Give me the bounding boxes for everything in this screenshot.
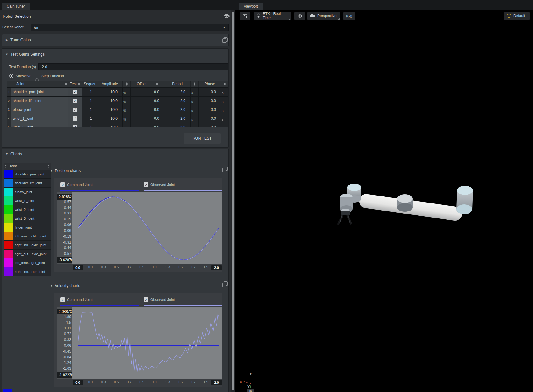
- viewport-canvas[interactable]: RTX - Real-Time: [235, 10, 533, 392]
- velocity-charts-header[interactable]: Velocity charts: [55, 283, 80, 288]
- position-charts-header[interactable]: Position charts: [55, 168, 81, 173]
- collapse-down-icon[interactable]: ▼: [5, 152, 8, 156]
- joint-legend-row[interactable]: wrist_2_joint: [4, 205, 51, 214]
- charts-header[interactable]: Charts: [10, 152, 22, 156]
- cell-sequence[interactable]: 1: [82, 114, 97, 123]
- sort-icon[interactable]: [224, 82, 226, 86]
- cell-test[interactable]: ✓: [68, 88, 82, 96]
- cell-sequence[interactable]: 1: [82, 97, 97, 105]
- collapse-down-icon[interactable]: ▼: [50, 284, 53, 287]
- joint-legend-row[interactable]: finger_joint: [4, 223, 51, 232]
- cell-test[interactable]: ✓: [68, 97, 82, 105]
- cell-period[interactable]: 2.0: [164, 97, 191, 105]
- header-phase[interactable]: Phase: [199, 81, 221, 87]
- cell-test[interactable]: ✓: [68, 114, 82, 123]
- header-phase-sort[interactable]: [221, 81, 229, 87]
- cell-test[interactable]: ✓: [68, 105, 82, 114]
- copy-velocity-chart-icon[interactable]: [222, 281, 228, 288]
- test-duration-input[interactable]: 2.0: [38, 63, 229, 70]
- header-test[interactable]: Test: [68, 81, 82, 87]
- joint-legend-row[interactable]: shoulder_lift_joint: [4, 178, 51, 187]
- joint-legend-row[interactable]: elbow_joint: [4, 187, 51, 196]
- observed-joint-checkbox[interactable]: ✓: [144, 297, 148, 302]
- collapse-down-icon[interactable]: ▼: [50, 169, 53, 172]
- velocity-plot-area[interactable]: [72, 307, 222, 379]
- cell-test[interactable]: ✓: [68, 123, 82, 127]
- position-plot-area[interactable]: [72, 192, 222, 264]
- cell-amplitude[interactable]: 10.0: [97, 105, 123, 114]
- copy-position-chart-icon[interactable]: [222, 166, 228, 173]
- header-period[interactable]: Period: [164, 81, 191, 87]
- cell-offset[interactable]: 0.0: [131, 97, 164, 105]
- cell-phase[interactable]: 0.0: [199, 97, 221, 105]
- cell-phase[interactable]: 0.0: [199, 88, 221, 96]
- collapse-right-icon[interactable]: ▶: [6, 38, 8, 42]
- cell-period[interactable]: 2.0: [164, 114, 191, 123]
- cell-sequence[interactable]: 1: [82, 105, 97, 114]
- robot-select-dropdown[interactable]: /ur ▼: [31, 24, 229, 31]
- joint-legend-row[interactable]: left_inne…ckle_joint: [4, 232, 51, 240]
- test-gains-header[interactable]: Test Gains Settings: [10, 52, 45, 57]
- cell-amplitude[interactable]: 10.0: [97, 88, 123, 96]
- cell-amplitude[interactable]: 10.0: [97, 114, 123, 123]
- collapse-down-icon[interactable]: ▼: [5, 53, 8, 56]
- run-test-button[interactable]: RUN TEST: [184, 133, 221, 144]
- joint-legend-row[interactable]: wrist_1_joint: [4, 196, 51, 205]
- header-amplitude[interactable]: Amplitude: [97, 81, 123, 87]
- header-sequence[interactable]: Sequer: [82, 81, 97, 87]
- cell-amplitude[interactable]: 10.0: [97, 97, 123, 105]
- cell-phase[interactable]: 0.0: [199, 114, 221, 123]
- cell-sequence[interactable]: 1: [82, 88, 97, 96]
- cell-period[interactable]: 2.0: [164, 88, 191, 96]
- sort-icon[interactable]: [156, 82, 158, 86]
- cell-offset[interactable]: 0.0: [131, 114, 164, 123]
- sort-icon[interactable]: [65, 82, 67, 86]
- cell-period[interactable]: 2.0: [164, 105, 191, 114]
- header-period-sort[interactable]: [191, 81, 199, 87]
- graduation-cap-icon[interactable]: [223, 13, 230, 20]
- sort-icon[interactable]: [194, 82, 195, 86]
- cell-offset[interactable]: 0.0: [131, 105, 164, 114]
- cell-period[interactable]: 2.0: [164, 123, 191, 127]
- joint-legend-row[interactable]: right_inn…ckle_joint: [4, 240, 51, 249]
- cell-joint[interactable]: wrist_1_joint: [11, 114, 68, 123]
- copy-gains-icon[interactable]: [222, 37, 228, 43]
- test-checkbox[interactable]: ✓: [73, 90, 77, 94]
- joint-legend-row[interactable]: right_inn…ger_joint: [4, 267, 51, 276]
- test-checkbox[interactable]: ✓: [73, 99, 77, 103]
- joint-legend-row[interactable]: left_inne…ger_joint: [4, 258, 51, 267]
- header-joint[interactable]: Joint: [11, 81, 68, 87]
- sort-icon[interactable]: [5, 165, 7, 168]
- tab-viewport[interactable]: Viewport: [239, 3, 263, 10]
- sort-icon[interactable]: [48, 165, 49, 168]
- cell-joint[interactable]: shoulder_pan_joint: [11, 88, 68, 96]
- header-offset[interactable]: Offset: [131, 81, 164, 87]
- command-joint-checkbox[interactable]: ✓: [60, 297, 65, 302]
- joint-legend-row[interactable]: wrist_3_joint: [4, 214, 51, 223]
- cell-joint[interactable]: elbow_joint: [11, 105, 68, 114]
- command-joint-checkbox[interactable]: ✓: [60, 182, 65, 187]
- cell-offset[interactable]: 0.0: [131, 88, 164, 96]
- sinewave-radio[interactable]: [9, 74, 13, 78]
- test-checkbox[interactable]: ✓: [73, 108, 77, 112]
- scrollbar-thumb[interactable]: [232, 12, 234, 390]
- tune-gains-header[interactable]: Tune Gains: [10, 38, 31, 42]
- header-amplitude-sort[interactable]: [123, 81, 131, 87]
- sort-icon[interactable]: [78, 82, 80, 86]
- test-checkbox[interactable]: ✓: [73, 125, 77, 127]
- cell-phase[interactable]: 0.0: [199, 105, 221, 114]
- test-checkbox[interactable]: ✓: [73, 116, 77, 121]
- cell-offset[interactable]: 0.0: [131, 123, 164, 127]
- tab-gain-tuner[interactable]: Gain Tuner: [2, 3, 30, 10]
- cell-joint[interactable]: shoulder_lift_joint: [11, 97, 68, 105]
- joint-legend-row[interactable]: right_out…ckle_joint: [4, 249, 51, 258]
- panel-scrollbar[interactable]: [231, 10, 235, 392]
- chart-joint-table-header[interactable]: Joint: [4, 163, 51, 170]
- cell-phase[interactable]: 0.0: [199, 123, 221, 127]
- cell-amplitude[interactable]: 10.0: [97, 123, 123, 127]
- cell-joint[interactable]: wrist_2_joint: [11, 123, 68, 127]
- observed-joint-checkbox[interactable]: ✓: [144, 182, 148, 187]
- cell-sequence[interactable]: 1: [82, 123, 97, 127]
- joint-legend-row[interactable]: shoulder_pan_joint: [4, 170, 51, 178]
- sort-icon[interactable]: [126, 82, 128, 86]
